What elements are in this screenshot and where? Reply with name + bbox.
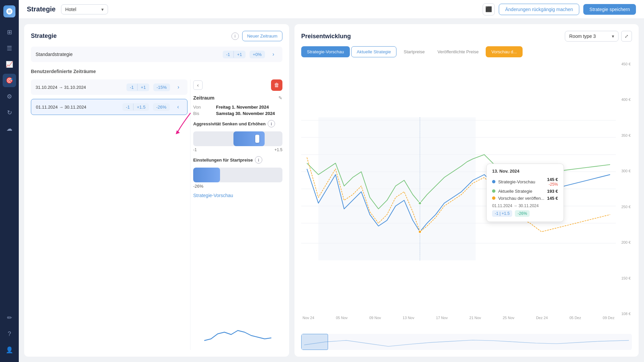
mini-chart	[193, 202, 282, 350]
tooltip-label-3: Vorschau der veröffen...	[498, 196, 544, 201]
tooltip-badge-right: -26%	[515, 210, 530, 217]
main-content: Strategie Hotel ▾ ⬛ Änderungen rückgängi…	[19, 0, 644, 362]
sidebar-item-cloud[interactable]: ☁	[3, 122, 16, 135]
y-label: 108 €	[621, 312, 631, 316]
chart-plot: Nov 24 05 Nov 09 Nov 13 Nov 17 Nov 21 No…	[301, 62, 616, 329]
sidebar-item-profile[interactable]: 👤	[3, 343, 16, 357]
svg-point-13	[419, 230, 422, 233]
left-panel-header: Strategie i Neuer Zeitraum	[31, 31, 282, 41]
sidebar-item-dashboard[interactable]: ⊞	[3, 25, 16, 39]
right-panel-title: Preisentwicklung	[301, 33, 351, 40]
period-dates: 31.10.2024 → 31.10.2024	[36, 85, 122, 90]
room-type-label: Room type 3	[569, 34, 596, 39]
badge-minus: -1	[223, 51, 233, 58]
startprice-value: -26%	[193, 184, 282, 189]
period-row[interactable]: 31.10.2024 → 31.10.2024 -1 +1 -15% ›	[31, 79, 187, 95]
hotel-selector[interactable]: Hotel ▾	[61, 4, 108, 14]
badge-percent: +0%	[250, 51, 265, 58]
expand-icon[interactable]: ⤢	[621, 31, 632, 42]
aggressivity-info-icon[interactable]: i	[268, 120, 275, 127]
save-button[interactable]: Strategie speichern	[583, 4, 636, 15]
strategy-name: Standardstrategie	[36, 52, 219, 57]
p2-badge-minus: -1	[122, 103, 133, 111]
period-dates-2: 01.11.2024 → 30.11.2024	[36, 105, 118, 110]
right-panel: Preisentwicklung Room type 3 ▾ ⤢ Strateg…	[294, 24, 639, 357]
startprice-slider[interactable]	[193, 168, 282, 182]
y-axis: 450 € 400 € 350 € 300 € 250 € 200 € 150 …	[616, 62, 632, 316]
tooltip-value-1: 145 €	[547, 177, 558, 182]
tab-vorschau[interactable]: Vorschau d...	[486, 46, 523, 57]
period-badge-pair: -1 +1	[126, 83, 149, 91]
svg-point-12	[419, 202, 422, 205]
chevron-down-icon: ▾	[101, 7, 104, 12]
sidebar-item-help[interactable]: ?	[3, 327, 16, 341]
y-label: 150 €	[621, 276, 631, 280]
sidebar-item-list[interactable]: ☰	[3, 42, 16, 55]
startprice-fill	[193, 168, 220, 182]
sidebar-item-edit[interactable]: ✏	[3, 311, 16, 324]
sidebar-item-settings[interactable]: ⚙	[3, 90, 16, 103]
bis-label: Bis	[193, 111, 213, 116]
period-row-active[interactable]: 01.11.2024 → 30.11.2024 -1 +1.5 -26% ‹	[31, 99, 187, 115]
left-panel: Strategie i Neuer Zeitraum Standardstrat…	[24, 24, 289, 357]
period2-badge-pair: -1 +1.5	[122, 103, 149, 111]
tab-veroeffentlichte-preise[interactable]: Veröffentlichte Preise	[432, 46, 484, 57]
tooltip-dot-3	[492, 196, 495, 200]
info-icon[interactable]: i	[231, 33, 239, 40]
monitor-icon[interactable]: ⬛	[483, 3, 495, 15]
slider-thumb[interactable]	[255, 135, 259, 143]
sidebar: ⊞ ☰ 📈 🎯 ⚙ ↻ ☁ ✏ ? 👤	[0, 0, 19, 362]
left-panel-title: Strategie	[31, 33, 57, 40]
row-arrow-icon[interactable]: ›	[269, 50, 278, 59]
period-title-row: Zeitraum ✎	[193, 95, 282, 101]
x-label: Dez 24	[536, 316, 548, 320]
y-label: 200 €	[621, 240, 631, 244]
topbar-actions: ⬛ Änderungen rückgängig machen Strategie…	[483, 3, 636, 15]
tab-startpreise[interactable]: Startpreise	[398, 46, 430, 57]
tab-strategie-vorschau[interactable]: Strategie-Vorschau	[301, 46, 350, 57]
slider-min-label: -1	[193, 147, 197, 152]
app-logo	[3, 5, 15, 17]
standard-strategy-row: Standardstrategie -1 +1 +0% ›	[31, 47, 282, 62]
delete-button[interactable]: 🗑	[271, 79, 282, 91]
chart-svg	[301, 62, 616, 316]
p1-arrow-icon[interactable]: ›	[174, 83, 183, 92]
svg-rect-9	[318, 117, 476, 260]
tab-aktuelle-strategie[interactable]: Aktuelle Strategie	[351, 46, 397, 57]
p1-badge-minus: -1	[126, 83, 137, 91]
vorschau-link[interactable]: Strategie-Vorschau	[193, 193, 282, 198]
p2-badge-percent: -26%	[153, 103, 170, 111]
y-label: 350 €	[621, 133, 631, 137]
aggressivity-slider-container: -1 +1.5	[193, 131, 282, 152]
badge-plus: +1	[234, 51, 246, 58]
y-label: 250 €	[621, 205, 631, 209]
startprice-info-icon[interactable]: i	[255, 156, 262, 164]
p2-arrow-icon[interactable]: ‹	[174, 103, 182, 111]
left-panel-content: 31.10.2024 → 31.10.2024 -1 +1 -15% › 01.…	[31, 79, 282, 350]
sidebar-item-strategy[interactable]: 🎯	[3, 74, 16, 87]
chart-area: Nov 24 05 Nov 09 Nov 13 Nov 17 Nov 21 No…	[301, 62, 632, 329]
y-label: 450 €	[621, 62, 631, 66]
sidebar-item-analytics[interactable]: 📈	[3, 58, 16, 71]
custom-periods-label: Benutzerdefinierte Zeiträume	[31, 69, 282, 74]
new-period-button[interactable]: Neuer Zeitraum	[242, 31, 282, 41]
undo-button[interactable]: Änderungen rückgängig machen	[499, 4, 579, 15]
p1-badge-plus: +1	[138, 83, 149, 91]
tooltip-value-2: 193 €	[547, 189, 558, 194]
chart-navigator[interactable]	[301, 334, 632, 350]
prev-button[interactable]: ‹	[193, 80, 203, 90]
von-label: Von	[193, 105, 213, 110]
strategy-badge-pair: -1 +1	[223, 51, 245, 58]
sidebar-item-refresh[interactable]: ↻	[3, 106, 16, 119]
period-list: 31.10.2024 → 31.10.2024 -1 +1 -15% › 01.…	[31, 79, 190, 350]
aggressivity-title: Aggressivität Senken und Erhöhen i	[193, 120, 282, 127]
startprice-slider-container: -26%	[193, 168, 282, 189]
p2-badge-plus: +1.5	[133, 103, 149, 111]
tooltip-row-2: Aktuelle Strategie 193 €	[492, 189, 558, 194]
edit-icon[interactable]: ✎	[278, 95, 282, 101]
aggressivity-slider[interactable]	[193, 131, 282, 146]
room-type-selector[interactable]: Room type 3 ▾	[565, 31, 619, 42]
x-label: 05 Nov	[336, 316, 347, 320]
tooltip-value-3: 145 €	[547, 196, 558, 201]
x-label: 25 Nov	[503, 316, 515, 320]
